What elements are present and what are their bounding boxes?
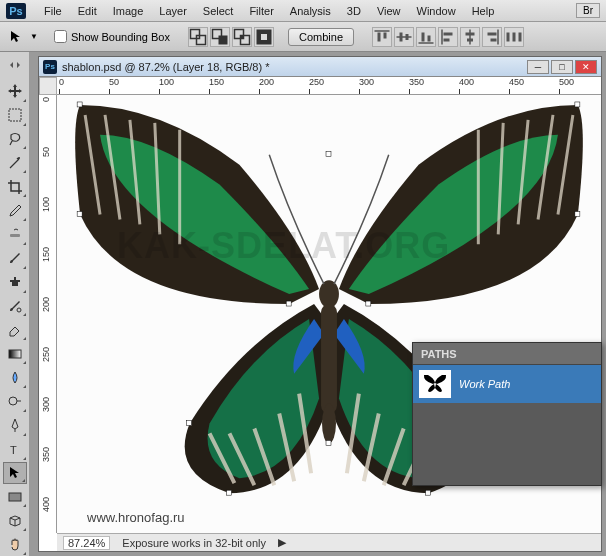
bridge-button[interactable]: Br	[576, 3, 600, 18]
document-area: Ps shablon.psd @ 87.2% (Layer 18, RGB/8)…	[30, 52, 606, 556]
options-bar: ▼ Show Bounding Box Combine	[0, 22, 606, 52]
svg-rect-14	[406, 34, 409, 40]
pathop-add-icon[interactable]	[188, 27, 208, 47]
align-bottom-icon[interactable]	[416, 27, 436, 47]
path-selection-tool-icon[interactable]	[8, 29, 24, 45]
window-close-button[interactable]: ✕	[575, 60, 597, 74]
move-tool[interactable]	[3, 80, 27, 103]
distribute-h-icon[interactable]	[504, 27, 524, 47]
show-bounding-box-checkbox[interactable]	[54, 30, 67, 43]
align-right-icon[interactable]	[482, 27, 502, 47]
svg-rect-31	[10, 234, 20, 237]
menu-select[interactable]: Select	[195, 3, 242, 19]
svg-rect-50	[326, 440, 331, 445]
svg-rect-23	[467, 38, 473, 41]
svg-rect-11	[384, 32, 387, 38]
hand-tool[interactable]	[3, 533, 27, 556]
menu-window[interactable]: Window	[409, 3, 464, 19]
svg-rect-6	[241, 35, 244, 38]
window-maximize-button[interactable]: □	[551, 60, 573, 74]
menu-bar: Ps File Edit Image Layer Select Filter A…	[0, 0, 606, 22]
svg-rect-13	[400, 32, 403, 41]
healing-brush-tool[interactable]	[3, 223, 27, 246]
svg-point-38	[319, 280, 339, 308]
dropdown-arrow-icon[interactable]: ▼	[30, 32, 38, 41]
status-info: Exposure works in 32-bit only	[122, 537, 266, 549]
eraser-tool[interactable]	[3, 318, 27, 341]
paths-panel[interactable]: PATHS Work Path	[412, 342, 602, 486]
svg-rect-27	[507, 32, 510, 41]
svg-rect-29	[519, 32, 522, 41]
svg-rect-17	[428, 35, 431, 41]
pathop-exclude-icon[interactable]	[254, 27, 274, 47]
crop-tool[interactable]	[3, 175, 27, 198]
align-hcenter-icon[interactable]	[460, 27, 480, 47]
svg-point-34	[9, 397, 17, 405]
svg-rect-20	[444, 38, 450, 41]
paths-panel-header[interactable]: PATHS	[413, 343, 601, 365]
menu-layer[interactable]: Layer	[151, 3, 195, 19]
svg-rect-48	[226, 490, 231, 495]
svg-text:T: T	[10, 444, 17, 456]
menu-filter[interactable]: Filter	[241, 3, 281, 19]
svg-rect-37	[9, 493, 21, 501]
menu-file[interactable]: File	[36, 3, 70, 19]
brush-tool[interactable]	[3, 247, 27, 270]
document-titlebar[interactable]: Ps shablon.psd @ 87.2% (Layer 18, RGB/8)…	[39, 57, 601, 77]
menu-edit[interactable]: Edit	[70, 3, 105, 19]
pen-tool[interactable]	[3, 414, 27, 437]
pathop-subtract-icon[interactable]	[210, 27, 230, 47]
zoom-level[interactable]: 87.24%	[63, 536, 110, 550]
svg-rect-43	[575, 102, 580, 107]
vertical-ruler[interactable]: 0 50 100 150 200 250 300 350 400	[39, 95, 57, 533]
url-text: www.hronofag.ru	[87, 510, 185, 525]
path-thumbnail	[419, 370, 451, 398]
3d-tool[interactable]	[3, 509, 27, 532]
collapse-arrows-icon[interactable]	[3, 56, 27, 79]
window-minimize-button[interactable]: ─	[527, 60, 549, 74]
svg-rect-44	[77, 211, 82, 216]
blur-tool[interactable]	[3, 366, 27, 389]
gradient-tool[interactable]	[3, 342, 27, 365]
align-top-icon[interactable]	[372, 27, 392, 47]
svg-rect-10	[378, 32, 381, 41]
rectangle-tool[interactable]	[3, 485, 27, 508]
document-ps-icon: Ps	[43, 60, 57, 74]
menu-image[interactable]: Image	[105, 3, 152, 19]
svg-rect-16	[422, 32, 425, 41]
svg-rect-0	[191, 29, 200, 38]
horizontal-ruler[interactable]: 0 50 100 150 200 250 300 350 400 450 500	[57, 77, 601, 95]
svg-rect-51	[286, 301, 291, 306]
svg-rect-33	[9, 350, 21, 358]
pathop-intersect-icon[interactable]	[232, 27, 252, 47]
svg-rect-39	[321, 304, 337, 413]
lasso-tool[interactable]	[3, 128, 27, 151]
dodge-tool[interactable]	[3, 390, 27, 413]
menu-view[interactable]: View	[369, 3, 409, 19]
align-left-icon[interactable]	[438, 27, 458, 47]
clone-stamp-tool[interactable]	[3, 271, 27, 294]
eyedropper-tool[interactable]	[3, 199, 27, 222]
svg-rect-26	[491, 38, 497, 41]
svg-point-32	[17, 308, 21, 312]
path-item[interactable]: Work Path	[413, 365, 601, 403]
history-brush-tool[interactable]	[3, 295, 27, 318]
svg-rect-46	[187, 421, 192, 426]
paths-panel-title: PATHS	[421, 348, 457, 360]
show-bounding-box-option[interactable]: Show Bounding Box	[54, 30, 170, 43]
marquee-tool[interactable]	[3, 104, 27, 127]
status-arrow-icon[interactable]: ▶	[278, 536, 286, 549]
svg-rect-30	[9, 109, 21, 121]
combine-button[interactable]: Combine	[288, 28, 354, 46]
menu-3d[interactable]: 3D	[339, 3, 369, 19]
path-selection-tool[interactable]	[3, 462, 27, 485]
svg-rect-22	[466, 32, 475, 35]
svg-rect-1	[197, 35, 206, 44]
paths-panel-body: Work Path	[413, 365, 601, 485]
magic-wand-tool[interactable]	[3, 151, 27, 174]
align-vcenter-icon[interactable]	[394, 27, 414, 47]
watermark-text: KAK-SDELAT.ORG	[117, 225, 450, 267]
menu-analysis[interactable]: Analysis	[282, 3, 339, 19]
type-tool[interactable]: T	[3, 438, 27, 461]
menu-help[interactable]: Help	[464, 3, 503, 19]
